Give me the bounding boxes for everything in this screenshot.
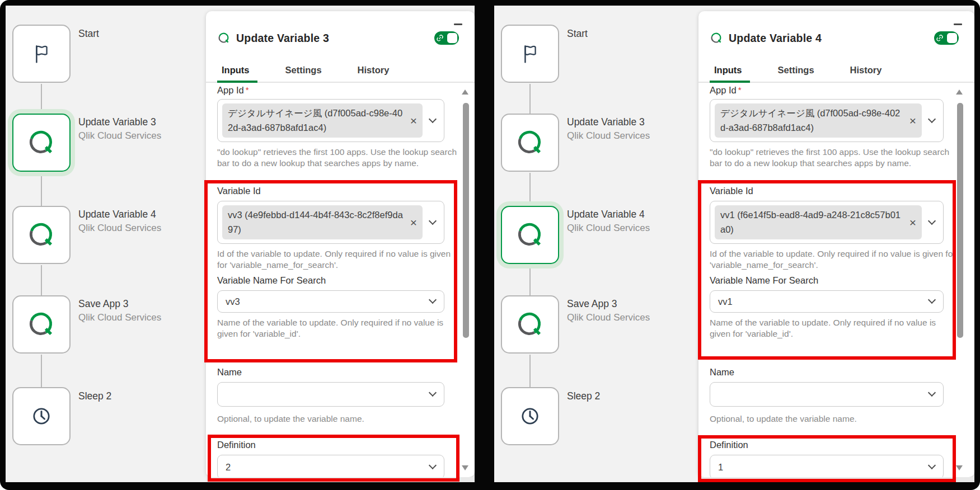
scroll-down-icon[interactable] — [462, 465, 468, 470]
node-label: Save App 3 Qlik Cloud Services — [78, 298, 161, 323]
clock-icon — [30, 405, 53, 427]
scroll-down-icon[interactable] — [956, 465, 963, 470]
variable-name-for-search-help: Name of the variable to update. Only req… — [217, 317, 458, 340]
flag-icon — [29, 41, 54, 66]
tab-inputs[interactable]: Inputs — [217, 59, 257, 83]
chevron-down-icon[interactable] — [429, 461, 437, 469]
node-label: Update Variable 4 Qlik Cloud Services — [567, 209, 650, 234]
tab-bar: Inputs Settings History — [698, 59, 974, 83]
tab-history[interactable]: History — [353, 59, 397, 83]
node-label: Update Variable 3 Qlik Cloud Services — [567, 116, 650, 142]
screenshot-frame: Start Update Variable 3 Qlik Cloud Servi… — [0, 0, 980, 490]
variable-id-help: Id of the variable to update. Only requi… — [217, 248, 458, 271]
app-id-help: "do lookup" retrieves the first 100 apps… — [710, 147, 957, 169]
link-icon — [934, 32, 945, 44]
node-update-variable-3[interactable] — [501, 114, 559, 172]
variable-id-chip: vv1 (f6e14f5b-ead8-4ad9-a248-21c8c57b01a… — [715, 205, 922, 239]
link-toggle[interactable] — [434, 31, 459, 45]
node-label: Start — [78, 28, 99, 40]
name-help: Optional, to update the variable name. — [217, 413, 458, 425]
name-help: Optional, to update the variable name. — [710, 413, 957, 425]
chevron-down-icon[interactable] — [429, 115, 437, 123]
tab-settings[interactable]: Settings — [281, 59, 330, 83]
variable-id-help: Id of the variable to update. Only requi… — [710, 248, 957, 271]
properties-panel: Update Variable 4 Inputs Settings Histor… — [698, 11, 974, 477]
variable-name-for-search-help: Name of the variable to update. Only req… — [710, 317, 957, 340]
chevron-down-icon[interactable] — [928, 389, 936, 397]
chevron-down-icon[interactable] — [928, 115, 936, 123]
chevron-down-icon[interactable] — [928, 296, 936, 304]
chevron-down-icon[interactable] — [928, 461, 936, 469]
qlik-icon — [26, 220, 57, 250]
scroll-up-icon[interactable] — [462, 89, 468, 95]
node-save-app-3[interactable] — [501, 295, 559, 354]
panel-bottom-strip — [206, 477, 475, 482]
qlik-icon — [710, 31, 723, 45]
clock-icon — [519, 405, 541, 427]
variable-name-for-search-label: Variable Name For Search — [710, 275, 818, 286]
tab-history[interactable]: History — [846, 59, 890, 83]
variable-id-label: Variable Id — [217, 186, 261, 196]
connector-line — [41, 84, 42, 115]
node-label: Update Variable 3 Qlik Cloud Services — [78, 116, 161, 142]
scroll-up-icon[interactable] — [956, 89, 963, 95]
chevron-down-icon[interactable] — [928, 216, 936, 224]
tab-inputs[interactable]: Inputs — [710, 59, 750, 83]
chevron-down-icon[interactable] — [429, 389, 437, 397]
link-icon — [434, 32, 446, 44]
minimize-icon[interactable] — [454, 23, 462, 25]
node-start[interactable] — [501, 25, 559, 83]
link-toggle[interactable] — [934, 31, 959, 45]
chevron-down-icon[interactable] — [429, 296, 437, 304]
inputs-form: App Id* デジタルサイネージ風 (d7f005ad-c98e-402d-a… — [698, 84, 974, 477]
variable-name-for-search-label: Variable Name For Search — [217, 275, 326, 286]
app-id-chip: デジタルサイネージ風 (d7f005ad-c98e-402d-a3ad-687b… — [715, 103, 922, 138]
qlik-icon — [515, 309, 545, 340]
qlik-icon — [26, 309, 57, 340]
close-icon[interactable]: × — [410, 216, 417, 228]
node-label: Sleep 2 — [78, 390, 111, 402]
node-start[interactable] — [12, 25, 71, 83]
variable-name-for-search-field[interactable]: vv3 — [217, 290, 444, 313]
variable-id-field[interactable]: vv3 (4e9febbd-d144-4b4f-843c-8c2f8ef9da9… — [217, 201, 444, 244]
node-sleep-2[interactable] — [12, 387, 71, 445]
node-update-variable-3[interactable] — [12, 114, 71, 172]
automation-editor-right: Start Update Variable 3 Qlik Cloud Servi… — [494, 6, 974, 482]
close-icon[interactable]: × — [909, 115, 916, 126]
toggle-knob — [447, 33, 457, 43]
node-save-app-3[interactable] — [12, 295, 71, 354]
definition-label: Definition — [710, 440, 748, 450]
minimize-icon[interactable] — [954, 23, 962, 25]
inputs-form: App Id* デジタルサイネージ風 (d7f005ad-c98e-402d-a… — [206, 84, 475, 477]
name-field[interactable] — [710, 382, 944, 407]
app-id-chip: デジタルサイネージ風 (d7f005ad-c98e-402d-a3ad-687b… — [222, 103, 423, 138]
chevron-down-icon[interactable] — [429, 216, 437, 224]
connector-line — [41, 265, 42, 296]
scrollbar-thumb[interactable] — [957, 103, 963, 338]
tab-settings[interactable]: Settings — [773, 59, 822, 83]
definition-field[interactable]: 2 — [217, 455, 444, 477]
panel-title: Update Variable 3 — [236, 32, 329, 45]
app-id-field[interactable]: デジタルサイネージ風 (d7f005ad-c98e-402d-a3ad-687b… — [710, 99, 944, 142]
variable-name-for-search-field[interactable]: vv1 — [710, 290, 944, 313]
node-update-variable-4[interactable] — [12, 206, 71, 264]
variable-id-field[interactable]: vv1 (f6e14f5b-ead8-4ad9-a248-21c8c57b01a… — [710, 201, 944, 244]
variable-id-label: Variable Id — [710, 186, 753, 196]
app-id-help: "do lookup" retrieves the first 100 apps… — [217, 147, 458, 169]
qlik-icon — [26, 128, 57, 158]
node-update-variable-4[interactable] — [501, 206, 559, 264]
close-icon[interactable]: × — [410, 115, 417, 126]
node-sleep-2[interactable] — [501, 387, 559, 445]
app-id-field[interactable]: デジタルサイネージ風 (d7f005ad-c98e-402d-a3ad-687b… — [217, 99, 444, 142]
close-icon[interactable]: × — [909, 216, 916, 228]
scrollbar-thumb[interactable] — [463, 103, 469, 338]
tab-bar: Inputs Settings History — [206, 59, 475, 83]
qlik-icon — [515, 128, 545, 158]
name-field[interactable] — [217, 382, 444, 407]
definition-label: Definition — [217, 440, 256, 450]
definition-field[interactable]: 1 — [710, 455, 944, 477]
toggle-knob — [947, 33, 957, 43]
node-label: Sleep 2 — [567, 390, 600, 402]
panel-bottom-strip — [698, 477, 974, 482]
variable-id-chip: vv3 (4e9febbd-d144-4b4f-843c-8c2f8ef9da9… — [222, 205, 423, 239]
